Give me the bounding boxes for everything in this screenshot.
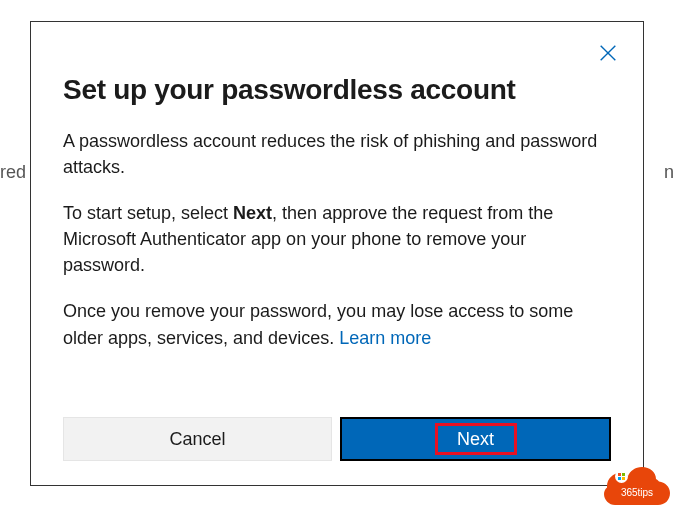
next-button[interactable]: Next (340, 417, 611, 461)
dialog-button-row: Cancel Next (63, 417, 611, 461)
watermark-badge: 365tips (604, 467, 670, 505)
dialog-paragraph-2: To start setup, select Next, then approv… (63, 200, 611, 278)
cloud-icon (604, 467, 670, 505)
close-icon (597, 42, 619, 64)
learn-more-link[interactable]: Learn more (339, 328, 431, 348)
office-logo-icon (615, 470, 628, 483)
dialog-title: Set up your passwordless account (63, 74, 611, 106)
dialog-paragraph-3: Once you remove your password, you may l… (63, 298, 611, 350)
dialog-paragraph-1: A passwordless account reduces the risk … (63, 128, 611, 180)
watermark-label: 365tips (604, 487, 670, 498)
background-text-right: n (664, 162, 674, 183)
passwordless-setup-dialog: Set up your passwordless account A passw… (30, 21, 644, 486)
para3-text: Once you remove your password, you may l… (63, 301, 573, 347)
background-text-left: red (0, 162, 26, 183)
cancel-button[interactable]: Cancel (63, 417, 332, 461)
next-button-label: Next (457, 429, 494, 450)
close-button[interactable] (597, 42, 619, 68)
para2-prefix: To start setup, select (63, 203, 233, 223)
para2-bold: Next (233, 203, 272, 223)
